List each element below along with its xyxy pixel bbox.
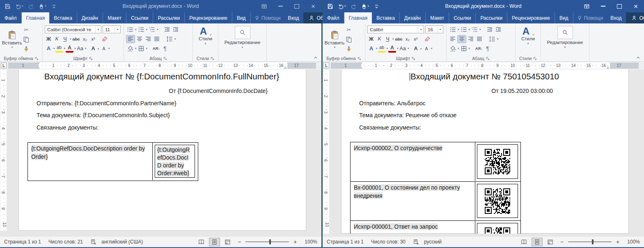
doc-description-cell[interactable]: Вх-000001, О состоянии дел по проекту вн… [351, 182, 475, 220]
language-indicator[interactable]: русский [424, 239, 442, 245]
font-size-combo[interactable]: 11▾ [103, 25, 121, 33]
sender-line[interactable]: Отправитель: Альбатрос [359, 100, 426, 107]
grow-font-button[interactable]: А [412, 44, 420, 53]
share-button[interactable]: Общий доступ [626, 12, 644, 23]
zoom-slider-thumb[interactable] [592, 239, 594, 244]
zoom-slider[interactable] [568, 241, 612, 242]
print-layout-button[interactable] [209, 238, 220, 246]
tab-file[interactable]: Файл [323, 12, 344, 23]
borders-button[interactable] [460, 44, 468, 53]
italic-button[interactable]: К [53, 35, 61, 43]
clear-formatting-button[interactable] [101, 35, 109, 43]
editing-dropdown[interactable]: Редактирование ▾ [543, 25, 587, 49]
dialog-launcher-icon[interactable] [89, 57, 93, 60]
doc-qr-cell[interactable] [475, 221, 520, 234]
line-spacing-button[interactable] [488, 35, 496, 43]
table-row[interactable]: Исхпр-000001, Ответ на запрос [351, 221, 520, 234]
tab-review[interactable]: Рецензирование [185, 12, 232, 23]
numbering-button[interactable] [460, 25, 468, 34]
touch-mode-button[interactable]: ▾ [360, 2, 371, 10]
qr-code[interactable] [477, 223, 518, 234]
sign-in-button[interactable]: Вход [284, 12, 303, 23]
document-area[interactable]: 12345678910 Входящий документ № 75010545… [323, 70, 644, 236]
font-color-button[interactable]: А [388, 44, 396, 53]
word-count[interactable]: Число слов: 21 [48, 239, 83, 245]
related-docs-table[interactable]: Исхпр-000002, О сотрудничестве Вх-000001… [350, 142, 521, 234]
italic-button[interactable]: К [376, 35, 383, 43]
dialog-launcher-icon[interactable] [211, 57, 214, 60]
numbering-button[interactable] [137, 25, 145, 34]
align-center-button[interactable] [135, 35, 144, 43]
read-mode-button[interactable] [196, 238, 207, 246]
related-documents-label[interactable]: Связанные документы: [37, 124, 99, 132]
align-right-button[interactable] [144, 35, 152, 43]
styles-button[interactable]: А Стили ▾ [195, 26, 216, 45]
zoom-in-button[interactable]: + [291, 239, 299, 245]
customize-qat-button[interactable] [49, 2, 59, 10]
doc-description-cell[interactable]: {t:OutgoingRefDocs.DocDescription order … [28, 143, 153, 180]
date-line[interactable]: От 19.05.2020 03:00:00 [491, 87, 553, 95]
minimize-button[interactable] [272, 0, 289, 12]
increase-indent-button[interactable] [172, 25, 180, 34]
justify-button[interactable] [475, 35, 484, 43]
bold-button[interactable]: Ж [367, 35, 375, 43]
document-page[interactable]: Входящий документ № 750105453010 От 19.0… [341, 70, 629, 234]
bold-button[interactable]: Ж [45, 35, 53, 43]
dialog-launcher-icon[interactable] [412, 57, 415, 60]
document-area[interactable]: 12345678910 Входящий документ № {f:Docum… [0, 70, 321, 236]
shading-button[interactable] [449, 44, 457, 53]
maximize-button[interactable] [289, 0, 305, 12]
web-layout-button[interactable] [545, 238, 556, 246]
page-indicator[interactable]: Страница 1 из 1 [327, 239, 364, 245]
subject-line[interactable]: Тема документа: {f:DocumentCommonInfo.Su… [37, 111, 170, 119]
bullets-button[interactable] [449, 25, 457, 34]
ribbon-display-options-button[interactable] [256, 0, 272, 12]
tell-me-tab[interactable]: Помощн [573, 12, 607, 23]
strikethrough-button[interactable]: abc [394, 35, 403, 43]
redo-button[interactable] [26, 2, 36, 10]
related-documents-label[interactable]: Связанные документы: [359, 124, 421, 132]
doc-description-cell[interactable]: Исхпр-000001, Ответ на запрос [351, 221, 475, 234]
change-case-button[interactable]: Аа [76, 44, 84, 53]
save-button[interactable] [325, 2, 335, 10]
subscript-button[interactable]: x₂ [403, 35, 411, 43]
collapse-ribbon-button[interactable] [313, 55, 318, 60]
zoom-slider[interactable] [245, 241, 289, 242]
tab-view[interactable]: Вид [555, 12, 573, 23]
word-count[interactable]: Число слов: 30 [371, 239, 406, 245]
zoom-level[interactable]: 100% [305, 239, 317, 245]
tab-stop-selector[interactable]: L [323, 63, 329, 68]
font-name-combo[interactable]: Calibri (Основной те▾ [45, 25, 101, 33]
sign-in-button[interactable]: Вход [606, 12, 626, 23]
font-name-combo[interactable]: Calibri▾ [367, 25, 424, 33]
strikethrough-button[interactable]: abc [72, 35, 81, 43]
document-title[interactable]: Входящий документ № 750105453010 [359, 72, 610, 81]
first-line-indent-marker[interactable] [37, 63, 40, 65]
table-row[interactable]: Вх-000001, О состоянии дел по проекту вн… [351, 182, 520, 221]
superscript-button[interactable]: x² [89, 35, 97, 43]
justify-button[interactable] [153, 35, 161, 43]
touch-mode-button[interactable]: ▾ [37, 2, 48, 10]
decrease-indent-button[interactable] [163, 25, 171, 34]
borders-button[interactable] [137, 44, 145, 53]
show-marks-button[interactable]: ¶ [161, 44, 169, 53]
document-page[interactable]: Входящий документ № {f:DocumentCommonInf… [18, 70, 306, 231]
subscript-button[interactable]: x₂ [81, 35, 89, 43]
show-marks-button[interactable]: ¶ [484, 44, 492, 53]
editing-dropdown[interactable]: Редактирование ▾ [220, 25, 264, 49]
close-button[interactable]: × [305, 0, 321, 12]
proofing-status-icon[interactable] [413, 239, 419, 245]
zoom-out-button[interactable]: − [558, 239, 566, 245]
text-effects-button[interactable]: А [45, 44, 53, 53]
font-color-button[interactable]: А [66, 44, 73, 53]
tab-design[interactable]: Дизайн [400, 12, 426, 23]
zoom-out-button[interactable]: − [235, 239, 243, 245]
tab-references[interactable]: Ссылки [126, 12, 153, 23]
cut-button[interactable]: ✂ [22, 25, 31, 34]
tab-mailings[interactable]: Рассылки [476, 12, 507, 23]
align-center-button[interactable] [457, 35, 466, 43]
tab-home[interactable]: Главная [22, 12, 50, 23]
document-title[interactable]: Входящий документ № {f:DocumentCommonInf… [37, 72, 287, 81]
table-row[interactable]: Исхпр-000002, О сотрудничестве [351, 142, 520, 182]
undo-button[interactable]: ▾ [14, 2, 25, 10]
